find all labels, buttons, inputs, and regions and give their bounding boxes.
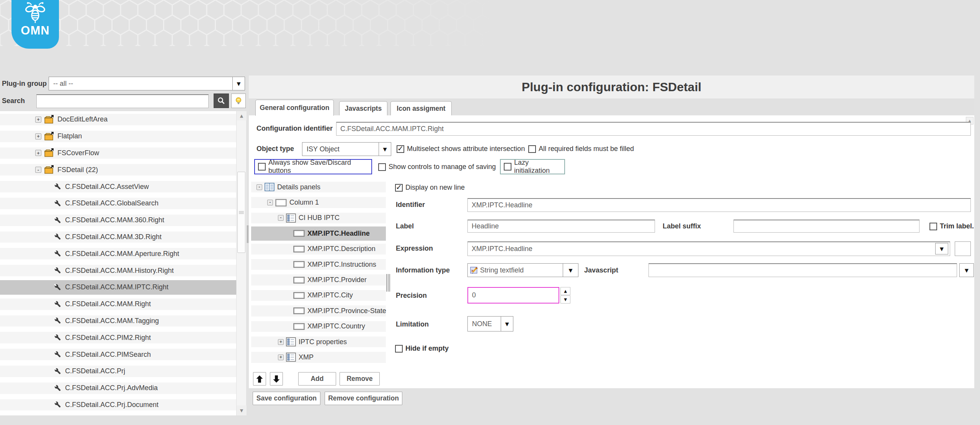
limitation-select[interactable]: NONE ▼ [467,316,513,331]
tree-item[interactable]: C.FSDetail.ACC.MAM.360.Right [0,212,236,229]
wrench-icon [54,400,62,409]
search-input[interactable] [36,94,209,108]
remove-button[interactable]: Remove [340,372,380,386]
hide-if-empty-checkbox[interactable] [395,345,403,353]
object-type-dropdown-button[interactable]: ▼ [379,143,391,156]
precision-input[interactable]: 0 [467,287,559,304]
detail-tree-item[interactable]: XMP.IPTC.Provider [251,272,386,287]
javascript-combo[interactable] [648,263,957,277]
scroll-down-button[interactable]: ▼ [237,405,247,415]
configuration-identifier-input[interactable]: C.FSDetail.ACC.MAM.IPTC.Right [336,122,971,136]
details-splitter[interactable] [386,274,390,292]
move-down-button[interactable] [270,372,283,386]
wrench-icon [54,367,62,376]
label-suffix-input[interactable] [733,220,920,233]
expander-toggle[interactable]: - [278,215,284,221]
hint-button[interactable] [231,94,246,108]
expander-toggle[interactable]: + [278,339,284,345]
move-up-button[interactable] [253,372,266,386]
information-type-dropdown-button[interactable]: ▼ [563,264,578,277]
limitation-dropdown-button[interactable]: ▼ [501,317,513,331]
configuration-identifier-value: C.FSDetail.ACC.MAM.IPTC.Right [340,125,444,133]
tree-item[interactable]: C.FSDetail.ACC.MAM.3D.Right [0,229,236,246]
expander-toggle[interactable]: + [35,150,41,156]
multiselect-checkbox[interactable] [397,145,404,153]
tree-item[interactable]: C.FSDetail.ACC.GlobalSearch [0,195,236,212]
tree-item-label: FSDetail (22) [57,166,98,174]
tree-item-selected[interactable]: C.FSDetail.ACC.MAM.IPTC.Right [0,279,236,296]
detail-tree-label: Column 1 [289,199,319,207]
expression-extra-box[interactable] [955,241,971,256]
scrollbar-thumb[interactable] [237,172,245,253]
tree-scrollbar[interactable]: ▲ ▼ [236,111,246,415]
tab-general-configuration[interactable]: General configuration [255,100,334,116]
trim-label-checkbox[interactable] [929,223,937,230]
expression-combo[interactable]: XMP.IPTC.Headline [467,241,950,256]
tree-item[interactable]: C.FSDetail.ACC.MAM.Right [0,296,236,313]
search-button[interactable] [214,94,229,108]
tree-item[interactable]: C.FSDetail.ACC.PIMSearch [0,346,236,363]
tree-item[interactable]: C.FSDetail.ACC.Prj [0,363,236,380]
tree-item-label: C.FSDetail.ACC.GlobalSearch [65,199,158,207]
detail-tree-item[interactable]: -CI HUB IPTC [251,210,386,226]
detail-tree-item[interactable]: XMP.IPTC.Country [251,319,386,334]
precision-step-down-button[interactable]: ▼ [560,295,570,304]
precision-value: 0 [472,291,476,299]
tree-item[interactable]: C.FSDetail.ACC.PIM2.Right [0,329,236,346]
expander-toggle[interactable]: - [35,167,41,173]
tree-item[interactable]: C.FSDetail.ACC.Prj.Document [0,397,236,414]
lazy-initialization-checkbox[interactable] [504,163,511,171]
tree-item[interactable]: +Flatplan [0,128,236,145]
tree-item[interactable]: +DocEditLeftArea [0,111,236,128]
detail-tree-item-selected[interactable]: XMP.IPTC.Headline [251,226,386,241]
remove-configuration-button[interactable]: Remove configuration [325,392,402,405]
plugin-group-select[interactable]: -- all -- ▼ [49,77,245,90]
tab-javascripts[interactable]: Javascripts [339,101,387,115]
detail-tree-item[interactable]: XMP.IPTC.Province-State [251,303,386,318]
show-controls-checkbox[interactable] [378,163,386,171]
information-type-select[interactable]: x String textfield ▼ [467,263,578,277]
tree-item[interactable]: C.FSDetail.ACC.MAM.Aperture.Right [0,245,236,262]
tree-item[interactable]: +FSCoverFlow [0,145,236,162]
object-type-label: Object type [256,145,294,153]
expander-toggle[interactable]: - [267,200,273,205]
display-on-new-line-checkbox[interactable] [395,184,403,192]
precision-label: Precision [396,292,427,300]
detail-tree-item[interactable]: XMP.IPTC.Instructions [251,257,386,272]
detail-tree-item[interactable]: -Column 1 [251,195,386,210]
required-fields-checkbox-row: All required fields must be filled [528,145,634,153]
plugin-group-dropdown-button[interactable]: ▼ [232,77,245,90]
expander-toggle[interactable]: + [278,354,284,360]
required-fields-checkbox[interactable] [528,145,536,153]
detail-tree-item[interactable]: -Details panels [251,179,386,195]
detail-tree-label: IPTC properties [299,338,347,346]
tree-item-label: C.FSDetail.ACC.PIM2.Right [65,334,151,342]
object-type-select[interactable]: ISY Object ▼ [302,142,391,156]
expander-toggle[interactable]: + [35,133,41,139]
column-icon [275,199,287,207]
label-input[interactable]: Headline [467,220,655,233]
tree-item[interactable]: C.FSDetail.ACC.AssetView [0,178,236,195]
tree-item[interactable]: C.FSDetail.ACC.MAM.History.Right [0,262,236,279]
save-configuration-button[interactable]: Save configuration [253,392,320,405]
expander-toggle[interactable]: + [35,117,41,123]
identifier-input[interactable]: XMP.IPTC.Headline [467,198,971,212]
add-button[interactable]: Add [298,372,336,386]
detail-tree-item[interactable]: +IPTC properties [251,334,386,350]
expression-dropdown-button[interactable]: ▼ [935,243,948,254]
tree-item[interactable]: -FSDetail (22) [0,161,236,178]
tree-item[interactable]: C.FSDetail.ACC.Prj.AdvMedia [0,380,236,397]
precision-step-up-button[interactable]: ▲ [560,287,570,295]
scroll-up-button[interactable]: ▲ [237,111,247,120]
always-show-save-discard-checkbox[interactable] [258,163,266,171]
tree-item[interactable]: C.FSDetail.ACC.MAM.Tagging [0,313,236,330]
triangle-up-icon: ▲ [564,289,567,293]
detail-tree-item[interactable]: XMP.IPTC.Description [251,241,386,257]
javascript-dropdown-button[interactable]: ▼ [959,263,974,277]
detail-tree-item[interactable]: +XMP [251,350,386,365]
expander-toggle[interactable]: - [256,184,262,190]
field-icon [293,323,305,330]
chevron-down-icon: ▼ [569,267,573,273]
tab-icon-assigment[interactable]: Icon assigment [390,101,452,115]
detail-tree-item[interactable]: XMP.IPTC.City [251,288,386,303]
